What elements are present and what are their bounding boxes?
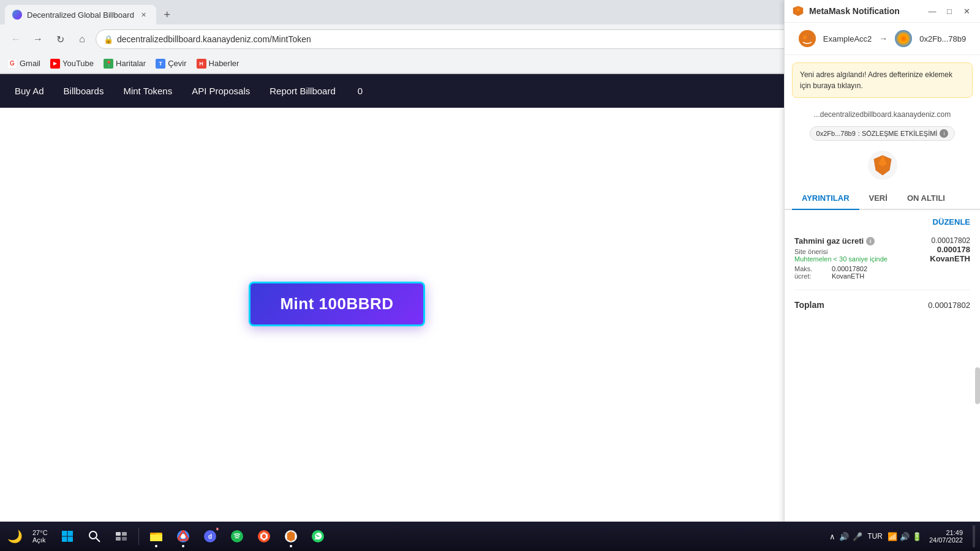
svg-point-13 (89, 531, 97, 539)
new-tab-button[interactable]: + (159, 6, 176, 23)
back-button[interactable]: ← (7, 31, 24, 48)
mm-maximize-button[interactable]: □ (943, 5, 956, 17)
mm-close-button[interactable]: ✕ (960, 5, 973, 17)
taskbar-date: 24/07/2022 (929, 536, 963, 544)
weather-info: 27°C Açık (32, 529, 48, 544)
svg-point-26 (231, 530, 243, 542)
windows-logo-icon (61, 530, 74, 542)
discord-icon: d (203, 530, 217, 543)
cevir-favicon: T (156, 59, 165, 69)
taskbar-metamask-dot (290, 545, 292, 547)
from-account-name: ExampleAcc2 (823, 34, 872, 43)
weather-icon: 🌙 (7, 529, 23, 544)
taskbar-tray-icons: ∧ 🔊 🎤 (829, 532, 862, 541)
bookmark-gmail-label: Gmail (20, 59, 40, 68)
mm-minimize-button[interactable]: — (926, 5, 938, 17)
spotify-icon (230, 530, 244, 543)
mm-tab-on-altili[interactable]: ON ALTILI (897, 187, 955, 210)
mm-divider (794, 290, 970, 290)
taskbar-search-button[interactable] (82, 524, 107, 549)
mm-title-text: MetaMask Notification (809, 6, 921, 16)
svg-point-6 (808, 36, 812, 39)
bookmark-cevir[interactable]: T Çevir (156, 59, 186, 69)
mm-contract-address: 0x2Fb...78b9 (816, 130, 856, 137)
nav-buy-ad[interactable]: Buy Ad (15, 81, 44, 101)
bookmark-haritalar[interactable]: 📍 Haritalar (104, 59, 146, 69)
taskbar-chrome-dot (182, 545, 184, 547)
lock-icon: 🔒 (104, 35, 113, 44)
taskbar-start-button[interactable] (55, 524, 80, 549)
mm-tab-ayrintilar[interactable]: AYRINTILAR (792, 187, 859, 210)
nav-mint-tokens[interactable]: Mint Tokens (123, 81, 172, 101)
browser-tab-active[interactable]: Decentralized Global Billboard ✕ (5, 5, 156, 24)
bookmark-youtube[interactable]: ▶ YouTube (50, 59, 94, 69)
nav-api-proposals[interactable]: API Proposals (192, 81, 250, 101)
mm-contract-info-icon[interactable]: i (940, 129, 948, 138)
mm-tabs: AYRINTILAR VERİ ON ALTILI (785, 187, 980, 210)
svg-rect-11 (62, 537, 67, 542)
tray-chevron-icon[interactable]: ∧ (829, 532, 835, 541)
wifi-icon: 📶 (888, 532, 897, 541)
to-account-address: 0x2Fb...78b9 (919, 34, 966, 43)
mm-fox-icon-area (785, 143, 980, 187)
svg-rect-12 (67, 537, 73, 542)
taskbar-chrome[interactable] (171, 524, 195, 549)
nav-billboards[interactable]: Billboards (64, 81, 104, 101)
taskbar-clock[interactable]: 21:49 24/07/2022 (927, 529, 965, 544)
weather-widget: 🌙 (5, 529, 25, 544)
mm-scroll-indicator[interactable] (975, 367, 980, 404)
mm-details: DÜZENLE Tahmini gaz ücreti i Site öneris… (785, 210, 980, 322)
taskbar-file-explorer[interactable] (144, 524, 168, 549)
address-text: decentralizedbillboard.kaanaydeniz.com/M… (117, 34, 311, 44)
svg-rect-16 (122, 532, 127, 536)
taskbar-sep-1 (138, 528, 139, 545)
mm-fee-eth-main: 0.000178 KovanETH (899, 245, 971, 263)
youtube-favicon: ▶ (50, 59, 60, 69)
mm-notification-box[interactable]: Yeni adres algılandı! Adres defterinize … (792, 62, 973, 98)
svg-marker-31 (287, 531, 295, 541)
taskbar-discord[interactable]: d 1 (198, 524, 222, 549)
gmail-favicon: G (7, 59, 17, 69)
nav-badge: 0 (358, 86, 363, 96)
mm-maks-row: Maks. ücret: 0.00017802 KovanETH (794, 265, 899, 280)
taskbar-whatsapp[interactable] (306, 524, 330, 549)
tab-close-button[interactable]: ✕ (139, 10, 149, 20)
taskbar-time: 21:49 (946, 529, 963, 536)
mm-maks-value: 0.00017802 KovanETH (832, 265, 899, 280)
mm-fee-info-icon[interactable]: i (866, 237, 875, 246)
taskbar-taskview-button[interactable] (109, 524, 134, 549)
search-icon (88, 530, 100, 542)
svg-rect-18 (122, 537, 127, 541)
mint-button[interactable]: Mint 100BBRD (249, 282, 424, 326)
svg-rect-17 (116, 537, 121, 541)
taskbar-connectivity: 📶 🔊 🔋 (888, 532, 922, 541)
home-button[interactable]: ⌂ (74, 31, 91, 48)
haritalar-favicon: 📍 (104, 59, 113, 69)
bookmark-gmail[interactable]: G Gmail (7, 59, 40, 69)
chrome-icon (176, 530, 190, 543)
tray-audio-manager-icon: 🔊 (839, 532, 849, 541)
mm-site-onerisi-time: Muhtemelen < 30 saniye içinde (794, 255, 899, 263)
nav-report-billboard[interactable]: Report Billboard (270, 81, 336, 101)
metamask-fox-svg (868, 151, 897, 180)
metamask-panel: MetaMask Notification — □ ✕ ExampleAcc2 … (784, 0, 980, 551)
taskbar-metamask[interactable] (279, 524, 303, 549)
haberler-favicon: H (197, 59, 206, 69)
taskbar-brave[interactable] (252, 524, 276, 549)
mm-tab-veri[interactable]: VERİ (859, 187, 897, 210)
taskbar-spotify[interactable] (225, 524, 249, 549)
mm-total-row: Toplam 0.00017802 (794, 295, 970, 315)
show-desktop-button[interactable] (973, 525, 975, 547)
reload-button[interactable]: ↻ (51, 31, 69, 48)
taskbar-lang: TUR (867, 532, 883, 541)
svg-point-7 (895, 30, 912, 47)
mm-duzenle-button[interactable]: DÜZENLE (933, 217, 970, 227)
bookmark-haberler[interactable]: H Haberler (197, 59, 239, 69)
svg-text:d: d (208, 533, 212, 540)
mm-contract-row: 0x2Fb...78b9 : SÖZLEŞME ETKİLEŞİMİ i (785, 124, 980, 143)
svg-rect-20 (150, 534, 162, 541)
taskbar: 🌙 27°C Açık (0, 522, 980, 551)
mm-total-label: Toplam (794, 300, 824, 310)
bookmark-haberler-label: Haberler (209, 59, 239, 68)
forward-button[interactable]: → (29, 31, 47, 48)
